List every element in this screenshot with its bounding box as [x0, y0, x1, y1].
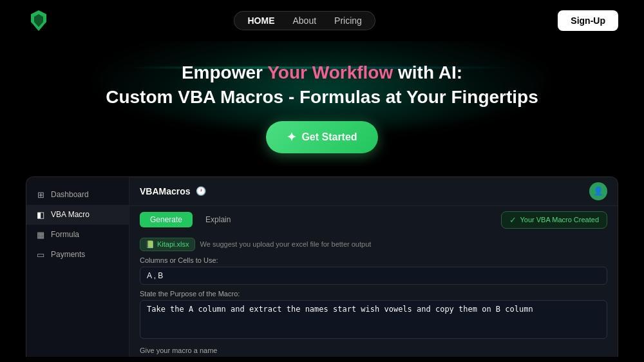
sidebar-label-formula: Formula: [51, 230, 79, 239]
nav-home[interactable]: HOME: [247, 15, 274, 26]
sidebar-item-payments[interactable]: ▭ Payments: [26, 245, 129, 265]
badge-label: Your VBA Macro Created: [520, 216, 600, 224]
macro-name-label: Give your macro a name: [140, 347, 607, 354]
check-icon: ✓: [509, 215, 516, 225]
nav-links: HOME About Pricing: [234, 11, 375, 30]
hero-headline: Empower Your Workflow with AI: Custom VB…: [13, 61, 631, 110]
payments-icon: ▭: [35, 250, 46, 260]
sidebar-label-dashboard: Dashboard: [51, 190, 89, 199]
signup-button[interactable]: Sign-Up: [558, 10, 618, 31]
avatar: 👤: [589, 182, 607, 200]
page-title: VBAMacros: [140, 186, 191, 196]
headline-part1: Empower: [182, 62, 267, 82]
upload-row: 📗 Kitapi.xlsx We suggest you upload your…: [140, 238, 607, 251]
get-started-button[interactable]: ✦ Get Started: [266, 121, 377, 153]
logo-icon: [26, 8, 52, 33]
sidebar-item-formula[interactable]: ▦ Formula: [26, 225, 129, 245]
nav-about[interactable]: About: [292, 15, 316, 26]
tabs-row: Generate Explain ✓ Your VBA Macro Create…: [129, 206, 618, 234]
macro-created-badge: ✓ Your VBA Macro Created: [501, 211, 608, 229]
dashboard-preview: ⊞ Dashboard ◧ VBA Macro ▦ Formula ▭ Paym…: [26, 176, 618, 357]
tab-generate[interactable]: Generate: [140, 212, 193, 227]
sidebar-label-payments: Payments: [51, 250, 85, 259]
sparkle-icon: ✦: [287, 130, 296, 144]
vba-icon: ◧: [35, 210, 46, 220]
clock-icon: 🕐: [196, 186, 206, 196]
main-content: VBAMacros 🕐 👤 Generate Explain ✓ Your VB…: [129, 177, 618, 357]
tab-explain[interactable]: Explain: [195, 212, 241, 227]
formula-icon: ▦: [35, 230, 46, 240]
excel-upload-chip[interactable]: 📗 Kitapi.xlsx: [140, 238, 195, 251]
upload-hint: We suggest you upload your excel file fo…: [200, 240, 372, 248]
sidebar-item-vba-macro[interactable]: ◧ VBA Macro: [26, 205, 129, 225]
purpose-textarea[interactable]: Take the A column and extract the names …: [140, 300, 607, 339]
form-area: 📗 Kitapi.xlsx We suggest you upload your…: [129, 234, 618, 357]
excel-filename: Kitapi.xlsx: [157, 240, 189, 248]
sidebar-label-vba: VBA Macro: [51, 210, 90, 219]
dashboard-icon: ⊞: [35, 190, 46, 200]
headline-highlight: Your Workflow: [267, 62, 393, 82]
purpose-label: State the Purpose of the Macro:: [140, 290, 607, 298]
main-title: VBAMacros 🕐: [140, 186, 206, 196]
avatar-icon-person: 👤: [593, 186, 603, 196]
hero-subheadline: Custom VBA Macros - Formulas at Your Fin…: [106, 87, 538, 107]
sidebar: ⊞ Dashboard ◧ VBA Macro ▦ Formula ▭ Paym…: [26, 177, 129, 357]
excel-icon: 📗: [146, 240, 155, 249]
columns-label: Columns or Cells to Use:: [140, 256, 607, 264]
cta-label: Get Started: [301, 131, 357, 143]
hero-section: Empower Your Workflow with AI: Custom VB…: [0, 41, 644, 166]
main-header: VBAMacros 🕐 👤: [129, 177, 618, 206]
sidebar-item-dashboard[interactable]: ⊞ Dashboard: [26, 185, 129, 205]
nav-pricing[interactable]: Pricing: [334, 15, 362, 26]
tabs: Generate Explain: [140, 212, 241, 227]
navbar: HOME About Pricing Sign-Up: [0, 0, 644, 41]
headline-part2: with AI:: [393, 62, 462, 82]
columns-input[interactable]: [140, 267, 607, 285]
